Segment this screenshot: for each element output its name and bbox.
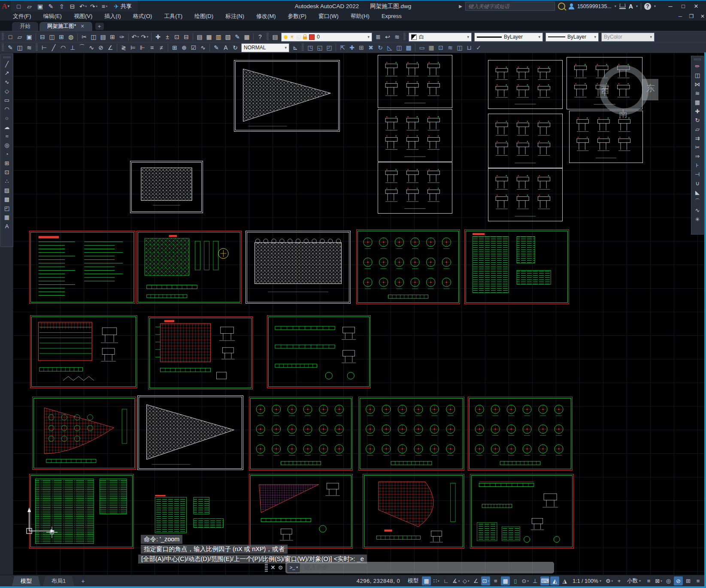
file-tab-close-icon[interactable]: ✕ bbox=[80, 24, 84, 29]
jogged-linear-icon[interactable]: ∿ bbox=[198, 43, 208, 52]
drawing-block-circleGrid[interactable] bbox=[356, 229, 460, 304]
isodraft-icon[interactable]: ◇▾ bbox=[461, 576, 470, 585]
dimension-update-icon[interactable]: ↻ bbox=[230, 43, 240, 52]
offset-faces-icon[interactable]: ⊞ bbox=[357, 43, 366, 52]
search-icon[interactable] bbox=[558, 3, 565, 10]
maximize-button[interactable]: □ bbox=[678, 2, 689, 11]
zoom-previous-icon[interactable]: ⊟ bbox=[182, 32, 191, 42]
isolate-objects-icon[interactable]: ◎ bbox=[664, 576, 673, 585]
dimension-break-icon[interactable]: ≠ bbox=[157, 43, 166, 52]
menu-item-11[interactable]: 帮助(H) bbox=[345, 12, 376, 21]
customize-quick-access-icon[interactable]: ≡▾ bbox=[100, 2, 109, 11]
dimension-edit-icon[interactable]: ✎ bbox=[212, 43, 221, 52]
arc-icon[interactable]: ◠ bbox=[2, 105, 12, 114]
rotate-icon[interactable]: ↻ bbox=[692, 116, 703, 125]
make-block-icon[interactable]: ⊡ bbox=[2, 168, 12, 177]
layer-vp-freeze-icon[interactable]: ◱ bbox=[297, 34, 301, 40]
drawing-block-fanRed[interactable] bbox=[32, 397, 136, 470]
menu-item-8[interactable]: 修改(M) bbox=[250, 12, 282, 21]
drawing-block-circleGrid[interactable] bbox=[468, 397, 573, 470]
model-space-button[interactable]: 模型 bbox=[405, 577, 421, 585]
chamfer-icon[interactable]: ◣ bbox=[692, 188, 703, 197]
toolbar-grip[interactable] bbox=[694, 58, 701, 60]
move-icon[interactable]: ✚ bbox=[692, 107, 703, 116]
open-file-icon[interactable]: ▱ bbox=[24, 2, 34, 11]
qnew-icon[interactable]: □ bbox=[6, 32, 15, 42]
drawing-block-rectLattice[interactable] bbox=[130, 161, 203, 213]
match-properties-icon[interactable]: ✑ bbox=[117, 32, 127, 42]
doc-restore-button[interactable]: ❐ bbox=[687, 13, 696, 19]
drawing-block-details[interactable] bbox=[378, 55, 452, 108]
stretch-icon[interactable]: ⇉ bbox=[692, 134, 703, 143]
ordinate-dimension-icon[interactable]: ⊥ bbox=[68, 43, 77, 52]
lineweight-combo[interactable]: ByLayer ▾ bbox=[545, 33, 599, 42]
center-mark-icon[interactable]: ⊕ bbox=[179, 43, 189, 52]
shell-icon[interactable]: ⊔ bbox=[464, 43, 474, 52]
break-at-point-icon[interactable]: ⊦ bbox=[692, 161, 703, 170]
units-button[interactable]: 小数▾ bbox=[624, 577, 643, 585]
revision-cloud-icon[interactable]: ☁ bbox=[2, 123, 12, 132]
copy-edges-icon[interactable]: ▭ bbox=[417, 43, 427, 52]
annotation-scale-button[interactable]: 1:1 / 100%▾ bbox=[570, 578, 604, 584]
rotate-faces-icon[interactable]: ↻ bbox=[376, 43, 385, 52]
app-store-cart-icon[interactable] bbox=[619, 3, 626, 9]
table-style-icon[interactable]: ≋ bbox=[24, 43, 34, 52]
drawing-canvas[interactable]: 西 东 南 bbox=[13, 52, 704, 575]
drawing-block-details[interactable] bbox=[488, 114, 563, 168]
dim-style-combo[interactable]: NORMAL ▾ bbox=[241, 43, 289, 52]
array-icon[interactable]: ▦ bbox=[692, 98, 703, 107]
command-window-grip[interactable] bbox=[265, 562, 268, 573]
command-window-close-icon[interactable]: ✕ bbox=[270, 564, 276, 571]
tool-palettes-icon[interactable]: ▥ bbox=[214, 32, 223, 42]
sheet-set-manager-icon[interactable]: ▧ bbox=[223, 32, 233, 42]
baseline-dimension-icon[interactable]: ⊨ bbox=[128, 43, 138, 52]
undo-icon[interactable]: ↶▾ bbox=[130, 32, 140, 42]
menu-item-6[interactable]: 绘图(D) bbox=[188, 12, 219, 21]
delete-faces-icon[interactable]: ✖ bbox=[366, 43, 376, 52]
line-icon[interactable]: ╱ bbox=[2, 60, 12, 69]
toolbar-grip[interactable] bbox=[3, 56, 10, 58]
selection-cycling-icon[interactable]: ▯ bbox=[511, 576, 520, 585]
copy-icon[interactable]: ◫ bbox=[692, 71, 703, 80]
fillet-icon[interactable]: ⌒ bbox=[692, 197, 703, 206]
erase-icon[interactable]: ✏ bbox=[692, 62, 703, 71]
annotation-autoscale-icon[interactable]: ◮ bbox=[560, 576, 569, 585]
quick-dimension-icon[interactable]: ≷ bbox=[119, 43, 128, 52]
menu-item-10[interactable]: 窗口(W) bbox=[312, 12, 345, 21]
drawing-block-details[interactable] bbox=[488, 168, 563, 221]
lock-ui-icon[interactable]: ⊠▾ bbox=[654, 576, 663, 585]
quick-calc-icon[interactable]: ▦ bbox=[242, 32, 251, 42]
customization-menu-icon[interactable]: ≡ bbox=[694, 576, 703, 585]
lineweight-combo-caret-icon[interactable]: ▾ bbox=[594, 35, 596, 39]
dimension-space-icon[interactable]: ≡ bbox=[147, 43, 157, 52]
help-dropdown-icon[interactable]: ▾ bbox=[654, 4, 656, 8]
toolbar-grip[interactable] bbox=[36, 44, 38, 51]
file-tab-1[interactable]: 网架施工图*✕ bbox=[39, 22, 92, 31]
drawing-block-triLattice[interactable] bbox=[234, 60, 340, 132]
jogged-dimension-icon[interactable]: ∿ bbox=[87, 43, 96, 52]
linear-dimension-icon[interactable]: ⊢ bbox=[39, 43, 49, 52]
command-window-customize-icon[interactable]: ⚙ bbox=[278, 564, 283, 571]
separate-solid-icon[interactable]: ◫ bbox=[455, 43, 464, 52]
layout-tab-布局1[interactable]: 布局1 bbox=[43, 576, 74, 586]
drawing-block-rectLatticeWide[interactable] bbox=[245, 231, 351, 304]
autocad-logo[interactable]: A▾ bbox=[0, 1, 11, 11]
insert-block-icon[interactable]: ⊞ bbox=[2, 159, 12, 168]
layer-previous-icon[interactable]: ↩ bbox=[383, 32, 392, 42]
save-icon[interactable]: ▣ bbox=[35, 2, 45, 11]
table-icon[interactable]: ▦ bbox=[2, 213, 12, 222]
etransmit-icon[interactable]: ◍ bbox=[66, 32, 76, 42]
dimension-style-icon[interactable]: ◫ bbox=[15, 43, 24, 52]
help-icon[interactable]: ? bbox=[644, 3, 651, 10]
ellipse-arc-icon[interactable]: ◔ bbox=[2, 150, 12, 159]
drawing-block-redHatchPlan[interactable] bbox=[148, 317, 253, 389]
quick-properties-icon[interactable]: ≡ bbox=[644, 576, 653, 585]
menu-item-0[interactable]: 文件(F) bbox=[7, 12, 37, 21]
close-button[interactable]: ✕ bbox=[691, 2, 702, 11]
color-edges-icon[interactable]: ▦ bbox=[427, 43, 436, 52]
dynamic-input-icon[interactable]: ⌨ bbox=[540, 576, 549, 585]
check-solid-icon[interactable]: ✓ bbox=[474, 43, 483, 52]
layer-states-icon[interactable]: ≋ bbox=[392, 32, 402, 42]
toolbar-grip[interactable] bbox=[403, 33, 406, 41]
drawing-block-tablesGreen[interactable] bbox=[464, 229, 569, 304]
